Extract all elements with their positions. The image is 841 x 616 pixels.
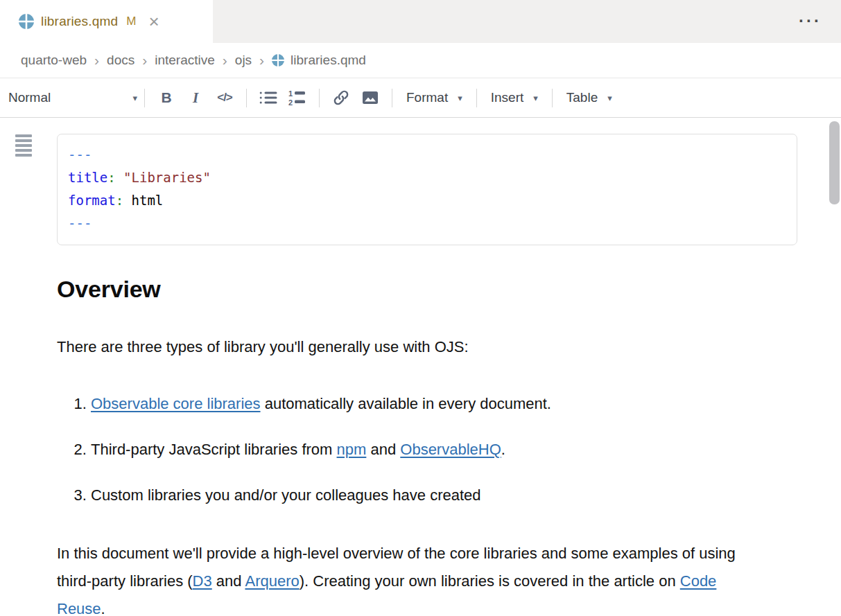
breadcrumb-current-label: libraries.qmd xyxy=(291,53,366,68)
breadcrumb-item-interactive[interactable]: interactive xyxy=(155,53,215,68)
doc-link[interactable]: D3 xyxy=(193,572,212,590)
quarto-icon xyxy=(272,54,284,67)
italic-button[interactable]: I xyxy=(181,84,210,112)
bold-icon: B xyxy=(161,89,171,106)
format-menu[interactable]: Format ▾ xyxy=(399,90,469,105)
list-item: Third-party JavaScript libraries from np… xyxy=(91,436,797,464)
table-menu[interactable]: Table ▾ xyxy=(560,90,619,105)
closing-paragraph: In this document we'll provide a high-le… xyxy=(57,540,758,616)
format-menu-label: Format xyxy=(406,90,448,105)
breadcrumb-item-quarto-web[interactable]: quarto-web xyxy=(21,53,87,68)
code-button[interactable]: </> xyxy=(210,84,239,112)
breadcrumb-item-ojs[interactable]: ojs xyxy=(235,53,252,68)
editor-content: ---title: "Libraries"format: html--- Ove… xyxy=(0,118,841,615)
chevron-down-icon: ▾ xyxy=(533,93,538,103)
heading-overview: Overview xyxy=(57,276,797,303)
image-icon xyxy=(362,90,379,105)
chevron-down-icon: ▾ xyxy=(132,93,137,103)
doc-link[interactable]: npm xyxy=(337,441,367,458)
intro-paragraph: There are three types of library you'll … xyxy=(57,333,797,361)
numbered-list-button[interactable]: 1 2 xyxy=(283,84,312,112)
numbered-list-icon: 1 2 xyxy=(288,89,306,106)
link-icon xyxy=(333,89,349,106)
breadcrumb-separator: › xyxy=(223,52,227,69)
close-icon[interactable]: × xyxy=(149,12,159,30)
link-button[interactable] xyxy=(327,84,356,112)
bold-button[interactable]: B xyxy=(152,84,181,112)
breadcrumb-separator: › xyxy=(259,52,264,69)
toolbar-divider xyxy=(552,89,553,107)
tab-title: libraries.qmd xyxy=(41,14,118,29)
tab-libraries-qmd[interactable]: libraries.qmd M × xyxy=(0,0,213,43)
toolbar-divider xyxy=(319,89,320,107)
doc-link[interactable]: Code Reuse xyxy=(57,572,716,616)
vertical-scrollbar-thumb[interactable] xyxy=(829,121,840,204)
toolbar-divider xyxy=(144,89,145,107)
code-icon: </> xyxy=(217,91,232,105)
svg-text:2: 2 xyxy=(288,98,293,106)
doc-link[interactable]: Arquero xyxy=(245,572,299,590)
modified-badge: M xyxy=(126,15,136,28)
breadcrumb-separator: › xyxy=(142,52,147,69)
svg-text:1: 1 xyxy=(288,89,293,98)
toolbar-divider xyxy=(246,89,247,107)
insert-menu[interactable]: Insert ▾ xyxy=(484,90,545,105)
list-item: Observable core libraries automatically … xyxy=(91,390,797,418)
italic-icon: I xyxy=(193,89,198,107)
editor-toolbar: Normal ▾ B I </> 1 2 xyxy=(0,78,841,118)
breadcrumb: quarto-web › docs › interactive › ojs › … xyxy=(0,43,841,78)
table-menu-label: Table xyxy=(566,90,598,105)
chevron-down-icon: ▾ xyxy=(458,93,462,103)
toolbar-divider xyxy=(392,89,392,107)
library-types-list: Observable core libraries automatically … xyxy=(57,390,797,509)
tab-bar: libraries.qmd M × ··· xyxy=(0,0,841,43)
more-actions-icon[interactable]: ··· xyxy=(799,11,822,30)
yaml-metadata-block[interactable]: ---title: "Libraries"format: html--- xyxy=(57,134,797,245)
breadcrumb-separator: › xyxy=(94,52,99,69)
image-button[interactable] xyxy=(356,84,385,112)
doc-link[interactable]: ObservableHQ xyxy=(400,441,501,458)
toolbar-divider xyxy=(476,89,477,107)
breadcrumb-item-docs[interactable]: docs xyxy=(107,53,135,68)
bulleted-list-icon xyxy=(259,90,277,105)
paragraph-style-select[interactable]: Normal ▾ xyxy=(8,90,137,105)
list-item: Custom libraries you and/or your colleag… xyxy=(91,482,797,509)
doc-link[interactable]: Observable core libraries xyxy=(91,395,261,412)
chevron-down-icon: ▾ xyxy=(607,93,612,103)
paragraph-style-value: Normal xyxy=(8,90,51,105)
bulleted-list-button[interactable] xyxy=(254,84,283,112)
quarto-icon xyxy=(19,14,34,29)
insert-menu-label: Insert xyxy=(491,90,524,105)
block-drag-handle-icon[interactable] xyxy=(15,134,32,159)
breadcrumb-current-file[interactable]: libraries.qmd xyxy=(272,53,366,68)
document-body: ---title: "Libraries"format: html--- Ove… xyxy=(57,118,797,616)
